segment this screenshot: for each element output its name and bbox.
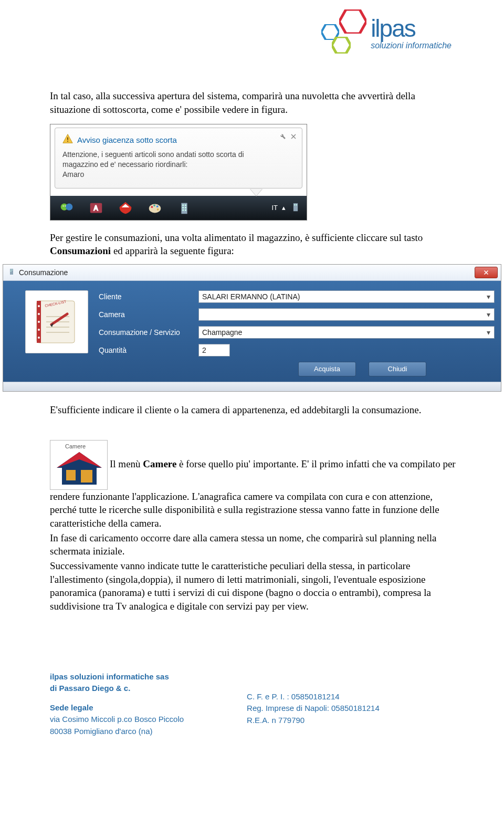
label-quantita: Quantità [99,345,198,355]
dialog-title: Consumazione [19,268,68,278]
label-servizio: Consumazione / Servizio [99,328,198,338]
svg-marker-0 [339,9,366,34]
notification-line: magazzino ed e' necessario riordinarli: [62,160,295,170]
camere-thumb-label: Camere [65,443,86,450]
notification-line: Amaro [62,170,295,180]
dialog-checklist-thumb: CHECK-LIST [25,290,88,353]
svg-rect-25 [10,269,13,275]
notification-line: Attenzione, i seguenti articoli sono and… [62,150,295,160]
taskbar: IT ▴ [50,196,307,220]
svg-point-13 [156,205,159,207]
svg-rect-21 [185,209,186,211]
text: Per gestire le consumazioni, una volta a… [50,232,423,243]
text-bold: Consumazioni [50,245,111,256]
text-bold: Camere [143,458,176,469]
svg-rect-20 [182,209,184,211]
taskbar-messenger-icon[interactable] [52,197,81,218]
logo-text-main: ilpas [371,16,452,40]
chevron-down-icon[interactable]: ▾ [484,309,493,320]
dialog-building-icon [7,267,16,278]
footer-sede-line: 80038 Pomigliano d'arco (na) [50,726,184,738]
paragraph-caratteristiche: Successivamente vanno indicate tutte le … [50,559,457,613]
dialog-close-button[interactable] [475,267,498,278]
footer-sede-line: via Cosimo Miccoli p.co Bosco Piccolo [50,714,184,726]
brand-logo: ilpas soluzioni informatiche [319,9,452,57]
field-value: SALARI ERMANNO (LATINA) [202,292,300,302]
footer-reg: Reg. Imprese di Napoli: 05850181214 [247,703,380,715]
notification-balloon: Avviso giacenza sotto scorta Attenzione,… [55,128,302,188]
svg-rect-23 [294,204,295,205]
taskbar-paint-icon[interactable] [141,197,169,218]
button-label: Acquista [314,364,340,374]
svg-marker-2 [332,37,351,54]
taskbar-access-icon[interactable] [82,197,110,218]
screenshot-consumazione-dialog: Consumazione CHECK-LIST Cliente [3,264,501,392]
svg-rect-45 [81,470,92,483]
footer-sede-heading: Sede legale [50,702,184,714]
svg-rect-3 [67,138,68,140]
svg-rect-26 [10,269,12,270]
svg-point-33 [38,321,40,323]
svg-point-7 [62,205,64,206]
dialog-titlebar: Consumazione [3,265,501,281]
field-servizio[interactable]: Champagne ▾ [198,326,495,339]
label-cliente: Cliente [99,292,198,302]
dialog-footer-stripe [3,382,501,391]
svg-rect-44 [66,470,76,480]
taskbar-building-icon[interactable] [170,197,198,218]
svg-point-34 [38,329,40,331]
svg-rect-24 [296,204,297,205]
svg-point-8 [65,205,66,206]
svg-rect-19 [185,207,186,208]
paragraph-caricamento: In fase di caricamento occorre dare alla… [50,531,457,558]
close-icon[interactable] [290,132,297,142]
field-cliente[interactable]: SALARI ERMANNO (LATINA) ▾ [198,290,495,303]
logo-hex-cluster [319,9,366,57]
screenshot-avviso: Avviso giacenza sotto scorta Attenzione,… [50,124,307,221]
field-value: 2 [202,345,206,355]
chevron-down-icon[interactable]: ▾ [484,327,493,338]
camere-section: Camere Il menù Camere è forse quello piu… [50,440,457,613]
chiudi-button[interactable]: Chiudi [369,362,426,376]
acquista-button[interactable]: Acquista [298,362,356,376]
footer-rea: R.E.A. n 779790 [247,715,380,727]
svg-rect-17 [185,204,186,206]
text: Il menù [110,458,143,469]
svg-rect-22 [293,203,298,211]
field-camera[interactable]: ▾ [198,308,495,321]
wrench-icon[interactable] [279,132,286,142]
paragraph-sufficiente: E'sufficiente indicare il cliente o la c… [50,403,457,417]
svg-point-11 [151,206,153,208]
svg-point-32 [38,313,40,315]
warning-icon [62,133,73,146]
svg-rect-16 [182,204,184,206]
button-label: Chiudi [388,364,407,374]
notification-title: Avviso giacenza sotto scorta [77,135,177,145]
svg-rect-15 [181,203,187,214]
footer-company-name: ilpas soluzioni informatiche sas [50,671,184,683]
chevron-down-icon[interactable]: ▾ [484,291,493,302]
footer-company-name2: di Passaro Diego & c. [50,683,184,695]
field-quantita[interactable]: 2 [198,344,230,357]
logo-text-sub: soluzioni informatiche [371,41,452,50]
svg-point-14 [157,208,159,211]
svg-point-31 [38,305,40,307]
paragraph-intro: In tal caso, alla successiva apertura de… [50,89,457,116]
paragraph-consumazioni: Per gestire le consumazioni, una volta a… [50,231,457,258]
svg-point-6 [66,203,72,210]
taskbar-pdf-icon[interactable] [111,197,140,218]
camere-thumb: Camere [50,440,108,490]
svg-point-12 [153,204,155,206]
taskbar-building-icon[interactable] [290,201,301,215]
field-value: Champagne [202,328,242,338]
taskbar-lang[interactable]: IT [271,203,278,213]
svg-rect-4 [67,141,68,142]
label-camera: Camera [99,310,198,320]
svg-point-35 [38,337,40,339]
svg-rect-28 [10,271,12,272]
taskbar-tray-arrow-icon[interactable]: ▴ [282,203,286,213]
page-footer: ilpas soluzioni informatiche sas di Pass… [0,671,504,738]
svg-rect-27 [12,269,13,270]
footer-cf: C. F. e P. I. : 05850181214 [247,691,380,703]
text: ed apparirà la seguente figura: [111,245,234,256]
